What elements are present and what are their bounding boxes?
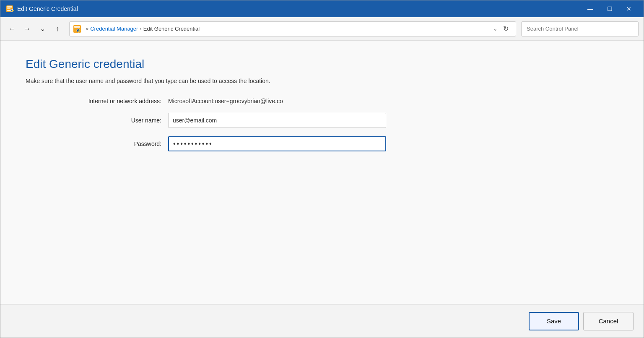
up-button[interactable]: ↑ (51, 22, 64, 36)
credential-manager-window: 🔑 Edit Generic Credential — ☐ ✕ ← → ⌄ ↑ … (0, 0, 644, 338)
internet-address-row: Internet or network address: MicrosoftAc… (26, 98, 618, 104)
page-heading: Edit Generic credential (26, 57, 618, 71)
title-bar: 🔑 Edit Generic Credential — ☐ ✕ (0, 0, 644, 17)
credential-manager-icon: 🔑 (73, 25, 81, 33)
close-button[interactable]: ✕ (619, 2, 639, 16)
credential-form: Internet or network address: MicrosoftAc… (26, 98, 618, 160)
username-row: User name: (26, 113, 618, 128)
password-row: Password: (26, 136, 618, 151)
search-input[interactable] (521, 21, 639, 36)
breadcrumb-current: Edit Generic Credential (143, 26, 200, 32)
svg-rect-2 (7, 8, 10, 9)
address-separator-left: « (86, 26, 88, 32)
username-input[interactable] (168, 113, 386, 128)
breadcrumb-parent[interactable]: Credential Manager (90, 26, 138, 32)
back-button[interactable]: ← (5, 22, 19, 36)
minimize-button[interactable]: — (581, 2, 600, 16)
nav-bar: ← → ⌄ ↑ 🔑 « Credential Manager › Edit Ge… (0, 17, 644, 41)
save-button[interactable]: Save (529, 312, 579, 330)
main-content: Edit Generic credential Make sure that t… (0, 41, 644, 304)
password-label: Password: (26, 140, 168, 147)
dropdown-button[interactable]: ⌄ (36, 22, 49, 36)
internet-address-label: Internet or network address: (26, 98, 168, 104)
window-controls: — ☐ ✕ (581, 2, 639, 16)
username-label: User name: (26, 117, 168, 124)
address-arrow: › (140, 26, 141, 32)
internet-address-value: MicrosoftAccount:user=groovybrian@live.c… (168, 98, 283, 104)
title-bar-text: Edit Generic Credential (17, 5, 581, 12)
maximize-button[interactable]: ☐ (600, 2, 619, 16)
bottom-bar: Save Cancel (0, 304, 644, 338)
svg-text:🔑: 🔑 (11, 10, 14, 13)
svg-rect-7 (74, 26, 80, 28)
password-input[interactable] (168, 136, 386, 151)
window-icon: 🔑 (5, 5, 14, 13)
cancel-button[interactable]: Cancel (583, 312, 634, 330)
forward-button[interactable]: → (21, 22, 34, 36)
page-description: Make sure that the user name and passwor… (26, 78, 618, 84)
address-bar: 🔑 « Credential Manager › Edit Generic Cr… (69, 21, 516, 36)
refresh-button[interactable]: ↻ (499, 22, 512, 36)
svg-text:🔑: 🔑 (78, 29, 81, 32)
address-dropdown-button[interactable]: ⌄ (491, 24, 499, 34)
svg-rect-1 (7, 6, 12, 8)
